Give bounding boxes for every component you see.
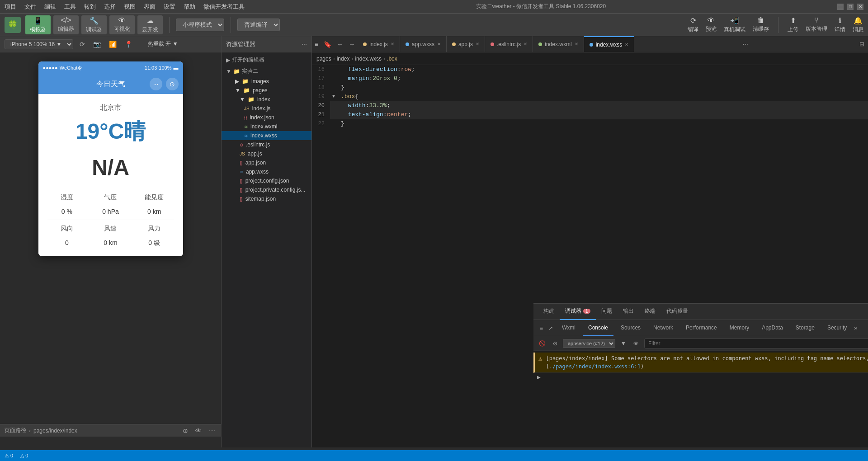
inner-tab-sources[interactable]: Sources (615, 320, 646, 336)
console-eye-button[interactable]: 👁 (632, 339, 641, 348)
inner-tab-wxml[interactable]: Wxml (557, 320, 581, 336)
simulator-button[interactable]: 📱 模拟器 (25, 15, 51, 34)
file-project-private-config[interactable]: {} project.private.config.js... (222, 185, 311, 194)
folder-images[interactable]: ▶ 📁 images (222, 77, 311, 86)
collapse-19[interactable]: ▼ (330, 92, 337, 101)
window-maximize-button[interactable]: □ (847, 4, 854, 10)
detail-button[interactable]: ℹ 详情 (835, 16, 845, 33)
cloud-button[interactable]: ☁ 云开发 (137, 15, 163, 34)
menu-item-help[interactable]: 帮助 (184, 3, 195, 11)
file-app-json[interactable]: {} app.json (222, 158, 311, 167)
context-expand-button[interactable]: ▼ (619, 339, 628, 348)
breadcrumb-item-index[interactable]: index (337, 56, 350, 62)
file-project-config[interactable]: {} project.config.json (222, 176, 311, 185)
network-icon[interactable]: 📶 (107, 40, 118, 49)
menu-item-interface[interactable]: 界面 (144, 3, 156, 11)
menu-item-settings[interactable]: 设置 (164, 3, 175, 11)
folder-index[interactable]: ▼ 📁 index (222, 95, 311, 104)
console-clear-button[interactable]: 🚫 (537, 339, 547, 348)
tab-index-wxml[interactable]: index.wxml ✕ (533, 36, 584, 52)
hot-reload-button[interactable]: 热重载 开 ▼ (148, 40, 178, 48)
menu-item-tools[interactable]: 工具 (64, 3, 76, 11)
devtools-inspect-btn[interactable]: ↗ (547, 324, 555, 332)
screenshot-icon[interactable]: 📷 (91, 40, 103, 49)
tab-eslintrc[interactable]: .eslintrc.js ✕ (485, 36, 533, 52)
inner-tab-performance[interactable]: Performance (680, 320, 722, 336)
compile-button[interactable]: ⟳ 编译 (688, 16, 698, 33)
inner-tab-more-button[interactable]: » (854, 325, 857, 331)
tab-app-wxss-close[interactable]: ✕ (437, 42, 441, 47)
menu-item-wechat-dev[interactable]: 微信开发者工具 (203, 3, 245, 11)
breadcrumb-item-selector[interactable]: .box (387, 56, 397, 62)
tab-terminal[interactable]: 终端 (639, 304, 661, 320)
devtools-sidebar-btn[interactable]: ≡ (538, 324, 545, 332)
file-app-wxss[interactable]: ≋ app.wxss (222, 167, 311, 176)
page-path-view-icon[interactable]: 👁 (193, 426, 203, 435)
tab-app-js[interactable]: app.js ✕ (447, 36, 485, 52)
folder-pages[interactable]: ▼ 📁 pages (222, 86, 311, 95)
tab-back-button[interactable]: ← (334, 41, 346, 48)
tab-list-button[interactable]: ≡ (312, 41, 321, 48)
visualize-button[interactable]: 👁 可视化 (109, 15, 135, 34)
tab-index-wxml-close[interactable]: ✕ (575, 42, 578, 47)
tab-debugger[interactable]: 调试器 1 (560, 304, 596, 320)
breadcrumb-item-wxss[interactable]: index.wxss (355, 56, 382, 62)
file-app-js[interactable]: JS app.js (222, 149, 311, 158)
context-select[interactable]: appservice (#12) (563, 339, 615, 348)
tab-eslintrc-close[interactable]: ✕ (524, 42, 527, 47)
file-eslintrc[interactable]: ⊙ .eslintrc.js (222, 140, 311, 149)
tab-index-wxss-close[interactable]: ✕ (625, 42, 628, 47)
preview-button[interactable]: 👁 预览 (706, 16, 717, 33)
inner-tab-network[interactable]: Network (648, 320, 679, 336)
version-mgr-button[interactable]: ⑂ 版本管理 (806, 16, 827, 33)
mode-select[interactable]: 小程序模式 (176, 19, 224, 31)
tab-split-button[interactable]: ⊟ (856, 41, 868, 47)
compile-select[interactable]: 普通编译 (237, 19, 280, 31)
tab-index-js-close[interactable]: ✕ (391, 42, 394, 47)
open-editors-header[interactable]: ▶ 打开的编辑器 (222, 54, 311, 66)
tab-output[interactable]: 输出 (618, 304, 639, 320)
real-debug-button[interactable]: 📲 真机调试 (724, 16, 745, 33)
menu-item-view[interactable]: 视图 (124, 3, 136, 11)
rotate-icon[interactable]: ⟳ (78, 40, 87, 49)
tab-code-quality[interactable]: 代码质量 (661, 304, 693, 320)
tab-more-button[interactable]: ⋯ (739, 41, 752, 47)
project-header[interactable]: ▼ 📁 实验二 (222, 66, 311, 77)
menu-dots-icon[interactable]: ··· (150, 78, 162, 90)
window-close-button[interactable]: ✕ (857, 4, 863, 10)
notification-button[interactable]: 🔔 消息 (853, 16, 863, 33)
tab-app-js-close[interactable]: ✕ (476, 42, 479, 47)
file-index-wxss[interactable]: ≋ index.wxss (222, 131, 311, 140)
console-warning-link[interactable]: ./pages/index/index.wxss:6:1 (549, 363, 641, 370)
file-index-wxml[interactable]: ≋ index.wxml (222, 122, 311, 131)
console-expand-arrow[interactable]: ▶ (533, 373, 868, 381)
location-icon[interactable]: 📍 (123, 40, 134, 49)
file-index-json[interactable]: {} index.json (222, 113, 311, 122)
file-tree-add-icon[interactable]: ⋯ (302, 41, 307, 47)
inner-tab-appdata[interactable]: AppData (756, 320, 788, 336)
filter-input[interactable] (644, 339, 868, 348)
close-circle-icon[interactable]: ⊙ (166, 78, 179, 90)
menu-item-goto[interactable]: 转到 (84, 3, 96, 11)
console-top-button[interactable]: ⊘ (551, 339, 559, 348)
debugger-button[interactable]: 🔧 调试器 (81, 15, 107, 34)
inner-tab-memory[interactable]: Memory (724, 320, 755, 336)
tab-problems[interactable]: 问题 (596, 304, 618, 320)
window-minimize-button[interactable]: — (837, 4, 844, 10)
tab-forward-button[interactable]: → (346, 41, 358, 48)
tab-app-wxss[interactable]: app.wxss ✕ (400, 36, 447, 52)
tab-index-wxss[interactable]: index.wxss ✕ (584, 36, 635, 52)
code-editor[interactable]: 16 flex-direction:row; 17 margin:20rpx 0… (312, 65, 868, 303)
inner-tab-console[interactable]: Console (583, 320, 613, 336)
editor-button[interactable]: </> 编辑器 (53, 15, 79, 34)
tab-build[interactable]: 构建 (538, 304, 560, 320)
page-path-add-icon[interactable]: ⊕ (181, 426, 190, 435)
menu-item-file[interactable]: 文件 (24, 3, 36, 11)
menu-item-select[interactable]: 选择 (104, 3, 116, 11)
tab-index-js[interactable]: index.js ✕ (358, 36, 400, 52)
breadcrumb-item-pages[interactable]: pages (316, 56, 331, 62)
upload-button[interactable]: ⬆ 上传 (788, 16, 798, 33)
clear-cache-button[interactable]: 🗑 清缓存 (753, 16, 769, 33)
inner-tab-storage[interactable]: Storage (790, 320, 820, 336)
page-path-more-icon[interactable]: ⋯ (207, 426, 217, 435)
